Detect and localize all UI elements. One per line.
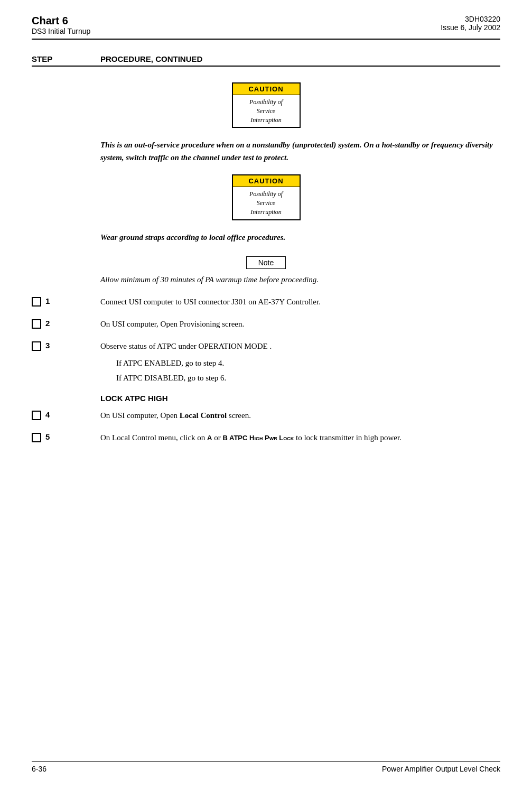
step-number-cell-2: 2 xyxy=(32,318,100,329)
caution1-container: CAUTION Possibility of Service Interrupt… xyxy=(32,82,500,128)
checkbox-4[interactable] xyxy=(32,411,41,420)
issue: Issue 6, July 2002 xyxy=(441,23,500,32)
header-right: 3DH03220 Issue 6, July 2002 xyxy=(441,15,500,32)
caution2-line2: Service xyxy=(257,199,275,207)
header-left: Chart 6 DS3 Initial Turnup xyxy=(32,15,90,35)
caution2-text: Wear ground straps according to local of… xyxy=(100,231,500,244)
page-footer: 6-36 Power Amplifier Output Level Check xyxy=(32,761,500,773)
caution1-header: CAUTION xyxy=(233,83,300,95)
step-content-2: On USI computer, Open Provisioning scree… xyxy=(100,318,500,330)
step-content-1: Connect USI computer to USI connector J3… xyxy=(100,295,500,308)
step-number-cell-1: 1 xyxy=(32,295,100,307)
note-text: Allow minimum of 30 minutes of PA warmup… xyxy=(100,273,500,286)
step3-main-text: Observe status of ATPC under OPERATION M… xyxy=(100,342,272,350)
checkbox-3[interactable] xyxy=(32,341,41,351)
step-row-4: 4 On USI computer, Open Local Control sc… xyxy=(32,409,500,422)
caution1-text: This is an out-of-service procedure when… xyxy=(100,138,500,164)
step4-text-after: screen. xyxy=(227,411,251,420)
note-container: Note xyxy=(32,256,500,269)
footer-page-number: 6-36 xyxy=(32,765,46,773)
section-label-lock-atpc: LOCK ATPC HIGH xyxy=(100,394,500,403)
step4-text-bold: Local Control xyxy=(180,411,227,420)
caution2-line3: Interruption xyxy=(250,208,282,216)
step3-sub2: If ATPC DISABLED, go to step 6. xyxy=(116,372,500,384)
checkbox-5[interactable] xyxy=(32,433,41,442)
caution1-box: CAUTION Possibility of Service Interrupt… xyxy=(232,82,301,128)
step-num-4: 4 xyxy=(45,410,50,419)
chart-subtitle: DS3 Initial Turnup xyxy=(32,27,90,35)
step-content-3: Observe status of ATPC under OPERATION M… xyxy=(100,340,500,384)
chart-title: Chart 6 xyxy=(32,15,90,27)
caution2-container: CAUTION Possibility of Service Interrupt… xyxy=(32,174,500,220)
step-number-cell-3: 3 xyxy=(32,340,100,351)
caution1-line1: Possibility of xyxy=(249,98,283,106)
step5-text-bold2: B ATPC High Pwr Lock xyxy=(222,434,294,442)
caution2-line1: Possibility of xyxy=(249,190,283,198)
caution1-line3: Interruption xyxy=(250,116,282,124)
checkbox-1[interactable] xyxy=(32,297,41,307)
col-step-label: STEP xyxy=(32,54,100,63)
page: Chart 6 DS3 Initial Turnup 3DH03220 Issu… xyxy=(0,0,532,789)
caution2-header: CAUTION xyxy=(233,175,300,187)
caution1-line2: Service xyxy=(257,107,275,115)
note-box: Note xyxy=(246,256,286,269)
col-procedure-label: PROCEDURE, CONTINUED xyxy=(100,54,500,63)
step4-text-before: On USI computer, Open xyxy=(100,411,180,420)
doc-number: 3DH03220 xyxy=(441,15,500,23)
step-num-5: 5 xyxy=(45,432,50,441)
step-num-3: 3 xyxy=(45,341,50,350)
step-number-cell-5: 5 xyxy=(32,431,100,442)
step-row-2: 2 On USI computer, Open Provisioning scr… xyxy=(32,318,500,330)
step-row-3: 3 Observe status of ATPC under OPERATION… xyxy=(32,340,500,384)
caution1-body: Possibility of Service Interruption xyxy=(233,95,300,127)
step5-text-after: to lock transmitter in high power. xyxy=(294,433,402,442)
step-row-1: 1 Connect USI computer to USI connector … xyxy=(32,295,500,308)
step-row-5: 5 On Local Control menu, click on A or B… xyxy=(32,431,500,444)
step5-text-before: On Local Control menu, click on xyxy=(100,433,207,442)
caution2-body: Possibility of Service Interruption xyxy=(233,187,300,219)
step-content-4: On USI computer, Open Local Control scre… xyxy=(100,409,500,422)
checkbox-2[interactable] xyxy=(32,319,41,329)
step-content-5: On Local Control menu, click on A or B A… xyxy=(100,431,500,444)
content-area: CAUTION Possibility of Service Interrupt… xyxy=(32,82,500,444)
step-number-cell-4: 4 xyxy=(32,409,100,420)
step5-text-mid: or xyxy=(212,433,222,442)
step3-sub1: If ATPC ENABLED, go to step 4. xyxy=(116,357,500,369)
caution2-box: CAUTION Possibility of Service Interrupt… xyxy=(232,174,301,220)
note-label: Note xyxy=(258,258,274,267)
column-headers: STEP PROCEDURE, CONTINUED xyxy=(32,54,500,67)
page-header: Chart 6 DS3 Initial Turnup 3DH03220 Issu… xyxy=(32,0,500,40)
step-num-2: 2 xyxy=(45,319,50,328)
footer-title: Power Amplifier Output Level Check xyxy=(382,765,500,773)
step-num-1: 1 xyxy=(45,296,50,305)
